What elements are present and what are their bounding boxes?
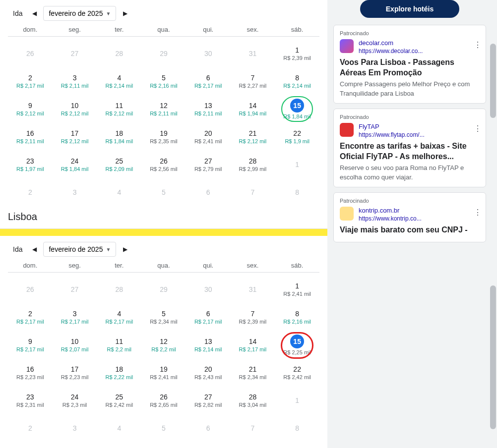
calendar-day[interactable]: 1R$ 2,41 mil [275,276,319,303]
next-month-button[interactable]: ▶ [120,8,130,18]
calendar-day[interactable]: 17R$ 2,12 mil [53,123,97,151]
calendar-day[interactable]: 5R$ 2,16 mil [141,67,186,95]
calendar-day[interactable]: 3R$ 2,17 mil [53,303,97,331]
calendar-day[interactable]: 7R$ 2,39 mil [231,303,275,331]
calendar-day[interactable]: 20R$ 2,43 mil [186,359,231,387]
calendar-day[interactable]: 22R$ 1,9 mil [275,123,319,151]
calendar-day[interactable]: 4R$ 2,17 mil [97,303,141,331]
calendar-day[interactable]: 2 [8,178,53,206]
calendar-day[interactable]: 23R$ 1,97 mil [8,151,53,178]
scrollbar-thumb-inner[interactable] [490,285,496,429]
ad-header: FlyTAPhttps://www.flytap.com/... [340,123,480,138]
calendar-day[interactable]: 10R$ 2,12 mil [53,95,97,123]
calendar-day[interactable]: 3 [53,414,97,442]
calendar-day[interactable]: 5 [141,414,186,442]
calendar-day[interactable]: 8 [275,414,319,442]
calendar-day[interactable]: 29 [141,276,186,303]
calendar-day[interactable]: 9R$ 2,17 mil [8,331,53,359]
calendar-day[interactable]: 4R$ 2,14 mil [97,67,141,95]
scrollbar-thumb[interactable] [490,44,496,118]
calendar-day[interactable]: 5 [141,178,186,206]
explore-hotels-button[interactable]: Explore hotéis [360,0,459,18]
calendar-day[interactable]: 30 [186,40,231,67]
calendar-day[interactable]: 17R$ 2,23 mil [53,359,97,387]
calendar-day[interactable]: 18R$ 2,22 mil [97,359,141,387]
calendar-day[interactable]: 24R$ 2,3 mil [53,387,97,414]
prev-month-button[interactable]: ◀ [29,8,39,18]
calendar-day[interactable]: 30 [186,276,231,303]
calendar-day[interactable]: 3 [53,178,97,206]
calendar-day[interactable]: 8R$ 2,14 mil [275,67,319,95]
ad-card[interactable]: PatrocinadoFlyTAPhttps://www.flytap.com/… [333,109,486,187]
calendar-day[interactable]: 16R$ 2,11 mil [8,123,53,151]
calendar-day[interactable]: 27R$ 2,79 mil [186,151,231,178]
calendar-day[interactable]: 6 [186,178,231,206]
calendar-day[interactable]: 31 [231,276,275,303]
calendar-day[interactable]: 29 [141,40,186,67]
calendar-day[interactable]: 2R$ 2,17 mil [8,67,53,95]
calendar-day[interactable]: 21R$ 2,34 mil [231,359,275,387]
calendar-day[interactable]: 6R$ 2,17 mil [186,67,231,95]
ad-more-icon[interactable]: ⋮ [474,208,482,217]
prev-month-button[interactable]: ◀ [29,244,39,254]
calendar-day[interactable]: 23R$ 2,31 mil [8,387,53,414]
calendar-day[interactable]: 10R$ 2,07 mil [53,331,97,359]
calendar-day[interactable]: 5R$ 2,34 mil [141,303,186,331]
calendar-day[interactable]: 2 [8,414,53,442]
month-selector[interactable]: fevereiro de 2025 ▼ [43,6,116,21]
calendar-day[interactable]: 1 [275,151,319,178]
calendar-day[interactable]: 7R$ 2,27 mil [231,67,275,95]
calendar-day[interactable]: 15R$ 1,84 mil [275,95,319,123]
calendar-day[interactable]: 4 [97,414,141,442]
month-selector[interactable]: fevereiro de 2025 ▼ [43,242,116,257]
ad-card[interactable]: Patrocinadodecolar.comhttps://www.decola… [333,25,486,104]
calendar-day[interactable]: 6R$ 2,17 mil [186,303,231,331]
calendar-day[interactable]: 14R$ 2,17 mil [231,331,275,359]
calendar-day[interactable]: 11R$ 2,2 mil [97,331,141,359]
calendar-day[interactable]: 31 [231,40,275,67]
calendar-day[interactable]: 21R$ 2,12 mil [231,123,275,151]
calendar-day[interactable]: 24R$ 1,84 mil [53,151,97,178]
calendar-day[interactable]: 18R$ 1,84 mil [97,123,141,151]
calendar-day[interactable]: 28 [97,40,141,67]
calendar-day[interactable]: 13R$ 2,11 mil [186,95,231,123]
calendar-day[interactable]: 19R$ 2,35 mil [141,123,186,151]
calendar-day[interactable]: 27 [53,276,97,303]
calendar-day[interactable]: 26R$ 2,65 mil [141,387,186,414]
calendar-day[interactable]: 11R$ 2,12 mil [97,95,141,123]
calendar-day[interactable]: 3R$ 2,11 mil [53,67,97,95]
next-month-button[interactable]: ▶ [120,244,130,254]
calendar-day[interactable]: 28 [97,276,141,303]
calendar-day[interactable]: 25R$ 2,42 mil [97,387,141,414]
calendar-day[interactable]: 12R$ 2,2 mil [141,331,186,359]
calendar-day[interactable]: 13R$ 2,14 mil [186,331,231,359]
calendar-day[interactable]: 26 [8,40,53,67]
calendar-day[interactable]: 2R$ 2,17 mil [8,303,53,331]
calendar-day[interactable]: 27 [53,40,97,67]
calendar-day[interactable]: 28R$ 3,04 mil [231,387,275,414]
calendar-day[interactable]: 27R$ 2,82 mil [186,387,231,414]
calendar-day[interactable]: 19R$ 2,41 mil [141,359,186,387]
calendar-day[interactable]: 25R$ 2,09 mil [97,151,141,178]
calendar-day[interactable]: 12R$ 2,11 mil [141,95,186,123]
calendar-day[interactable]: 26 [8,276,53,303]
calendar-day[interactable]: 1 [275,387,319,414]
ad-more-icon[interactable]: ⋮ [474,40,482,50]
calendar-day[interactable]: 9R$ 2,12 mil [8,95,53,123]
calendar-day[interactable]: 16R$ 2,23 mil [8,359,53,387]
ad-card[interactable]: Patrocinadokontrip.com.brhttps://www.kon… [333,192,486,243]
calendar-day[interactable]: 8 [275,178,319,206]
calendar-day[interactable]: 4 [97,178,141,206]
calendar-day[interactable]: 28R$ 2,99 mil [231,151,275,178]
calendar-day[interactable]: 14R$ 1,94 mil [231,95,275,123]
calendar-day[interactable]: 15R$ 2,25 mil [275,331,319,359]
calendar-day[interactable]: 26R$ 2,56 mil [141,151,186,178]
ad-more-icon[interactable]: ⋮ [474,124,482,133]
calendar-day[interactable]: 20R$ 2,41 mil [186,123,231,151]
calendar-day[interactable]: 7 [231,414,275,442]
calendar-day[interactable]: 22R$ 2,42 mil [275,359,319,387]
calendar-day[interactable]: 7 [231,178,275,206]
calendar-day[interactable]: 8R$ 2,16 mil [275,303,319,331]
calendar-day[interactable]: 1R$ 2,39 mil [275,40,319,67]
calendar-day[interactable]: 6 [186,414,231,442]
